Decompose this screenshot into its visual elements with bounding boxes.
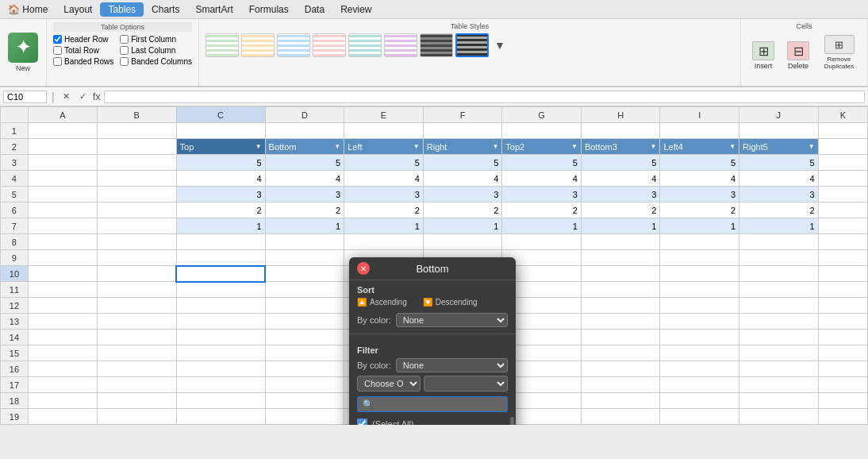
- menu-bar: 🏠 Home Layout Tables Charts SmartArt For…: [0, 0, 868, 19]
- filter-by-color-row: By color: None: [349, 357, 516, 374]
- banded-columns-checkbox[interactable]: Banded Columns: [120, 57, 192, 66]
- sort-by-color-label: By color:: [357, 315, 391, 325]
- menu-review[interactable]: Review: [332, 2, 379, 17]
- col-header-d[interactable]: D: [265, 107, 344, 123]
- insert-button[interactable]: ⊞ Insert: [747, 40, 779, 71]
- last-column-checkbox[interactable]: Last Column: [120, 46, 192, 55]
- popup-header: ✕ Bottom: [349, 257, 516, 280]
- search-row: [349, 393, 516, 415]
- confirm-formula-button[interactable]: ✓: [76, 91, 90, 102]
- ribbon: ✦ New Table Options Header Row Total Row…: [0, 19, 868, 87]
- remove-duplicates-label: Remove Duplicates: [822, 56, 856, 70]
- remove-duplicates-icon: ⊞: [824, 35, 855, 54]
- col-header-h[interactable]: H: [581, 107, 660, 123]
- col-header-k[interactable]: K: [818, 107, 867, 123]
- select-all-item[interactable]: (Select All): [357, 417, 508, 425]
- filter-section-label: Filter: [349, 339, 516, 357]
- col-top2-filter-btn[interactable]: ▼: [571, 143, 578, 150]
- sort-section-label: Sort: [349, 280, 516, 296]
- col-top-header: Top: [180, 142, 194, 152]
- col-header-a[interactable]: A: [28, 107, 97, 123]
- filter-by-color-label: By color:: [357, 361, 391, 370]
- banded-rows-checkbox[interactable]: Banded Rows: [53, 57, 113, 66]
- table-options-group: Table Options Header Row Total Row Bande…: [47, 19, 199, 86]
- col-header-g[interactable]: G: [502, 107, 582, 123]
- col-header-b[interactable]: B: [97, 107, 176, 123]
- filter-search-input[interactable]: [357, 396, 508, 412]
- new-button-group: ✦ New: [0, 19, 47, 86]
- separator-icon: |: [50, 91, 56, 103]
- corner-header: [1, 107, 29, 123]
- total-row-checkbox[interactable]: Total Row: [53, 46, 113, 55]
- table-row: 5 3 3 3 3 3 3 3 3: [1, 187, 868, 202]
- sort-by-color-row: By color: None: [349, 311, 516, 329]
- col-right5-filter-btn[interactable]: ▼: [808, 143, 815, 150]
- first-column-checkbox[interactable]: First Column: [120, 35, 192, 44]
- col-header-j[interactable]: J: [739, 107, 819, 123]
- filter-value-select[interactable]: [424, 376, 508, 392]
- new-label: New: [16, 64, 30, 72]
- popup-close-button[interactable]: ✕: [357, 262, 370, 275]
- filter-condition-select[interactable]: Choose One equals does not equal is grea…: [357, 376, 421, 392]
- column-header-row: A B C D E F G H I J K: [1, 107, 868, 123]
- home-icon: 🏠: [8, 4, 20, 15]
- cancel-formula-button[interactable]: ✕: [60, 91, 73, 102]
- menu-smartart[interactable]: SmartArt: [187, 2, 240, 17]
- style-swatch-1[interactable]: [205, 33, 239, 57]
- table-styles-group: Table Styles ▼: [199, 19, 741, 86]
- sort-descending-button[interactable]: 🔽 Descending: [423, 298, 478, 307]
- menu-layout[interactable]: Layout: [56, 2, 100, 17]
- style-swatch-7[interactable]: [420, 33, 453, 57]
- insert-icon: ⊞: [752, 41, 774, 60]
- style-swatch-2[interactable]: [241, 33, 275, 57]
- table-row: 3 5 5 5 5 5 5 5 5: [1, 155, 868, 171]
- filter-checkbox-list: (Select All) 1 2 3: [349, 415, 516, 425]
- sort-ascending-button[interactable]: 🔼 Ascending: [357, 298, 407, 307]
- table-options-label: Table Options: [53, 22, 192, 32]
- scrollbar[interactable]: [510, 417, 514, 425]
- fx-label: fx: [93, 91, 101, 102]
- filter-by-color-select[interactable]: None: [396, 358, 508, 372]
- col-top-filter-btn[interactable]: ▼: [255, 143, 262, 150]
- sort-by-color-select[interactable]: None: [396, 313, 508, 327]
- spreadsheet: A B C D E F G H I J K 1: [0, 106, 868, 425]
- table-row: 7 1 1 1 1 1 1 1 1: [1, 218, 868, 234]
- col-header-i[interactable]: I: [660, 107, 739, 123]
- cells-group: Cells ⊞ Insert ⊟ Delete ⊞: [741, 19, 868, 86]
- style-swatch-3[interactable]: [277, 33, 310, 57]
- table-row: 1: [1, 123, 868, 139]
- menu-data[interactable]: Data: [297, 2, 332, 17]
- select-all-checkbox[interactable]: [357, 418, 367, 425]
- col-header-f[interactable]: F: [423, 107, 502, 123]
- table-row: 2 Top ▼ Bottom ▼ Left: [1, 139, 868, 155]
- table-row: 4 444 444 44: [1, 171, 868, 187]
- formula-input[interactable]: [104, 91, 865, 103]
- style-swatch-5[interactable]: [348, 33, 382, 57]
- style-more-button[interactable]: ▼: [491, 33, 509, 57]
- col-left-filter-btn[interactable]: ▼: [413, 143, 420, 150]
- delete-button[interactable]: ⊟ Delete: [782, 40, 814, 71]
- menu-charts[interactable]: Charts: [144, 2, 187, 17]
- col-bottom3-filter-btn[interactable]: ▼: [651, 143, 657, 150]
- new-button[interactable]: ✦: [8, 33, 38, 63]
- cell-reference-input[interactable]: [3, 91, 47, 103]
- menu-home[interactable]: 🏠 Home: [0, 2, 56, 17]
- header-row-checkbox[interactable]: Header Row: [53, 35, 113, 44]
- style-swatch-6[interactable]: [384, 33, 417, 57]
- remove-duplicates-button[interactable]: ⊞ Remove Duplicates: [817, 33, 861, 71]
- insert-label: Insert: [755, 62, 773, 70]
- table-row: 6 222 222 22: [1, 202, 868, 218]
- menu-tables[interactable]: Tables: [100, 2, 144, 17]
- table-row: 8: [1, 234, 868, 250]
- style-swatch-4[interactable]: [313, 33, 346, 57]
- style-swatch-8[interactable]: [455, 33, 489, 57]
- sort-descending-icon: 🔽: [423, 298, 432, 307]
- col-header-c[interactable]: C: [176, 107, 265, 123]
- col-bottom-filter-btn[interactable]: ▼: [334, 143, 340, 150]
- table-styles-label: Table Styles: [205, 22, 734, 30]
- col-right-filter-btn[interactable]: ▼: [492, 143, 498, 150]
- menu-formulas[interactable]: Formulas: [241, 2, 297, 17]
- cells-label: Cells: [747, 22, 861, 30]
- col-left4-filter-btn[interactable]: ▼: [729, 143, 735, 150]
- col-header-e[interactable]: E: [344, 107, 424, 123]
